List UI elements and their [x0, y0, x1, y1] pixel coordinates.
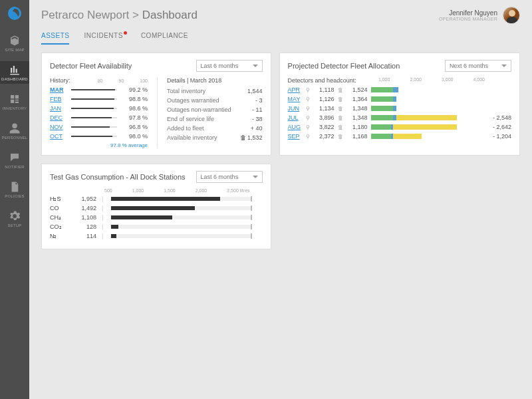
- pct-value: 99.2 %: [121, 86, 148, 93]
- month-link[interactable]: AUG: [288, 124, 303, 130]
- axis-ticks: 1,0002,0003,0004,000: [378, 77, 511, 84]
- month-link[interactable]: OCT: [50, 133, 67, 140]
- bar: [111, 197, 251, 201]
- sidebar: SITE MAP DASHBOARD INVENTORY PERSONNEL N…: [0, 0, 29, 399]
- month-link[interactable]: JAN: [50, 105, 67, 112]
- nav-inventory[interactable]: INVENTORY: [0, 90, 29, 113]
- month-link[interactable]: FEB: [50, 96, 67, 102]
- month-link[interactable]: APR: [288, 86, 303, 93]
- details-title: Details | March 2018: [167, 77, 263, 84]
- tab-assets[interactable]: ASSETS: [41, 28, 69, 45]
- breadcrumb-root[interactable]: Petrarco Newport: [41, 9, 129, 21]
- bar: [371, 115, 481, 120]
- month-link[interactable]: SEP: [288, 133, 303, 140]
- alert-dot-icon: [124, 31, 127, 35]
- nav-label: DASHBOARD: [1, 77, 28, 81]
- nav-dashboard[interactable]: DASHBOARD: [0, 61, 29, 84]
- detector-icon: 🗑: [338, 134, 343, 140]
- nav-policies[interactable]: POLICIES: [0, 178, 29, 201]
- card-title: Test Gas Consumption - All Dock Stations: [50, 173, 186, 181]
- pct-value: 98.8 %: [121, 96, 148, 102]
- gas-label: CH₄: [50, 214, 67, 221]
- detail-label: Outages warrantied: [167, 97, 219, 104]
- app-logo: [7, 5, 23, 21]
- gas-value: 1,952: [72, 196, 96, 202]
- nav-setup[interactable]: SETUP: [0, 207, 29, 230]
- gas-label: CO₂: [50, 223, 67, 230]
- detail-label: Outages non-warrantied: [167, 106, 231, 113]
- month-link[interactable]: NOV: [50, 124, 67, 130]
- card-title: Detector Fleet Availability: [50, 62, 132, 70]
- person-icon: ⚲: [306, 106, 310, 112]
- detector-icon: 🗑: [338, 124, 343, 130]
- person-icon: ⚲: [306, 87, 310, 93]
- gas-value: 128: [72, 223, 96, 230]
- detail-label: End of service life: [167, 116, 214, 122]
- card-title: Projected Detector Fleet Allocation: [288, 62, 400, 70]
- person-icon: ⚲: [306, 134, 310, 140]
- breadcrumb-current: Dashboard: [142, 9, 198, 21]
- nav-label: SITE MAP: [5, 48, 25, 52]
- select-proj-range[interactable]: Next 6 months: [445, 60, 511, 72]
- gas-value: 114: [72, 233, 96, 239]
- pct-value: 97.8 %: [121, 114, 148, 121]
- separator: |: [102, 223, 106, 230]
- bar: [71, 108, 117, 109]
- separator: |: [102, 233, 106, 239]
- pct-value: 98.0 %: [121, 133, 148, 140]
- chevron-down-icon: [253, 65, 258, 67]
- month-link[interactable]: JUN: [288, 105, 303, 112]
- nav-site-map[interactable]: SITE MAP: [0, 32, 29, 55]
- month-link[interactable]: JUL: [288, 114, 303, 121]
- nav-label: SETUP: [7, 223, 21, 227]
- delta-value: - 1,204: [485, 133, 511, 140]
- month-link[interactable]: MAY: [288, 96, 303, 102]
- bar: [371, 96, 481, 102]
- tab-compliance[interactable]: COMPLIANCE: [141, 28, 188, 45]
- person-icon: ⚲: [306, 124, 310, 130]
- select-fa-range[interactable]: Last 6 months: [196, 60, 263, 72]
- card-gas: Test Gas Consumption - All Dock Stations…: [41, 164, 271, 249]
- headcount-value: 1,134: [313, 105, 334, 112]
- nav-personnel[interactable]: PERSONNEL: [0, 120, 29, 142]
- month-link[interactable]: MAR: [50, 86, 67, 93]
- bar: [111, 206, 251, 210]
- bar: [71, 126, 117, 128]
- month-link[interactable]: DEC: [50, 114, 67, 121]
- headcount-value: 2,372: [313, 133, 334, 140]
- gas-label: CO: [50, 205, 67, 211]
- select-gas-range[interactable]: Last 6 months: [196, 171, 263, 183]
- headcount-value: 1,126: [313, 96, 334, 102]
- avatar[interactable]: [503, 7, 520, 24]
- nav-notifier[interactable]: NOTIFIER: [0, 149, 29, 172]
- detail-label: Added to fleet: [167, 125, 204, 132]
- gas-label: H₂S: [50, 196, 67, 202]
- detail-value: 🗑 1,532: [240, 134, 263, 141]
- detail-value: 1,544: [247, 88, 263, 94]
- tab-incidents[interactable]: INCIDENTS: [84, 28, 126, 45]
- pct-value: 98.6 %: [121, 105, 148, 112]
- breadcrumb: Petrarco Newport > Dashboard: [41, 9, 198, 22]
- proj-head-label: Detectors and headcount:: [288, 77, 356, 84]
- bar: [371, 124, 481, 130]
- user-menu[interactable]: Jennifer Nguyen OPERATIONS MANAGER: [439, 7, 520, 24]
- chevron-down-icon: [501, 65, 507, 67]
- detail-label: Total inventory: [167, 88, 205, 94]
- axis-ticks: 8090100: [98, 78, 148, 83]
- detector-icon: 🗑: [338, 106, 343, 112]
- history-label: History:: [50, 77, 70, 84]
- detector-value: 1,348: [346, 105, 368, 112]
- headcount-value: 3,896: [313, 114, 334, 121]
- delta-value: - 2,642: [485, 124, 511, 130]
- bar: [71, 89, 117, 90]
- tabs: ASSETS INCIDENTS COMPLIANCE: [29, 28, 532, 45]
- divider: [157, 77, 158, 148]
- chevron-down-icon: [253, 176, 258, 178]
- detail-value: + 40: [251, 125, 263, 132]
- detail-value: - 38: [252, 116, 263, 122]
- user-name: Jennifer Nguyen: [439, 9, 497, 17]
- pct-value: 96.8 %: [121, 124, 148, 130]
- bar: [111, 234, 251, 238]
- detail-value: - 11: [252, 106, 263, 113]
- person-icon: ⚲: [306, 115, 310, 121]
